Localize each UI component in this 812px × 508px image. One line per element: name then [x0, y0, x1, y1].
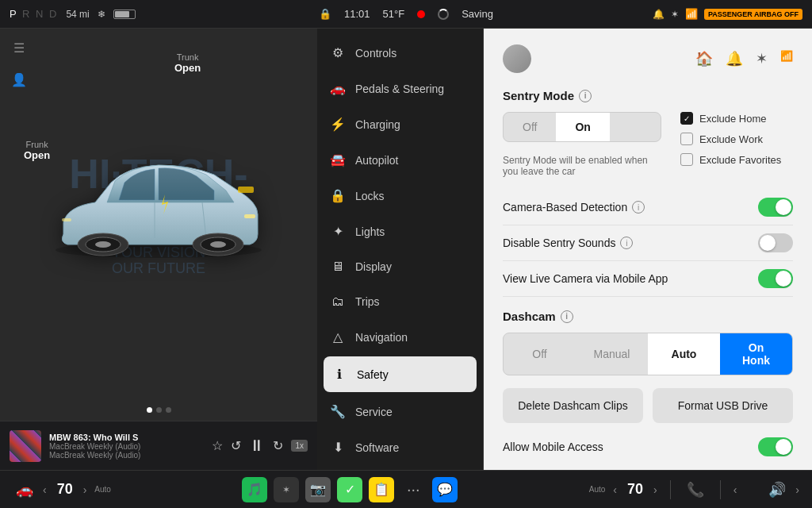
bell-icon: 🔔 [653, 9, 665, 20]
dashcam-mode-toggle[interactable]: Off Manual Auto On Honk [503, 333, 793, 375]
track-title: MBW 863: Who Will S [49, 433, 204, 442]
track-info: MBW 863: Who Will S MacBreak Weekly (Aud… [49, 433, 204, 460]
status-left: P R N D 54 mi ❄ [10, 8, 168, 20]
dot-2[interactable] [156, 407, 162, 413]
current-time: 11:01 [344, 8, 370, 20]
speed-left-value: 70 [53, 481, 77, 498]
delete-dashcam-button[interactable]: Delete Dashcam Clips [503, 388, 643, 423]
dashcam-auto-btn[interactable]: Auto [648, 333, 720, 375]
live-camera-toggle[interactable] [758, 269, 793, 288]
sentry-on-btn[interactable]: On [556, 113, 609, 141]
camera-app[interactable]: 📷 [305, 477, 331, 502]
speed-left-down[interactable]: ‹ [43, 483, 47, 496]
profile-action-icons: 🏠 🔔 ✶ 📶 [695, 50, 793, 67]
controls-icon: ⚙ [330, 45, 346, 60]
home-icon[interactable]: 🏠 [695, 50, 713, 67]
sounds-info-icon[interactable]: i [620, 237, 633, 249]
nav-lights[interactable]: ✦ Lights [317, 214, 483, 249]
camera-info-icon[interactable]: i [632, 201, 645, 214]
rewind-button[interactable]: ↺ [231, 438, 241, 453]
volume-up[interactable]: › [795, 483, 799, 496]
speed-left-up[interactable]: › [83, 483, 87, 496]
player-controls: ☆ ↺ ⏸ ↻ 1x [212, 437, 308, 455]
exclude-work-checkbox[interactable] [680, 133, 693, 145]
nav-locks-label: Locks [355, 190, 385, 202]
notes-app[interactable]: 📋 [369, 477, 394, 502]
play-pause-button[interactable]: ⏸ [249, 437, 265, 455]
sentry-info-icon[interactable]: i [579, 90, 592, 102]
spotify-app[interactable]: 🎵 [242, 477, 267, 502]
battery-range: 54 mi [66, 9, 89, 20]
profile-avatar[interactable] [503, 44, 531, 73]
nav-safety-label: Safety [357, 368, 389, 381]
nav-autopilot[interactable]: 🚘 Autopilot [317, 142, 483, 178]
exclude-work-row[interactable]: Exclude Work [680, 133, 781, 145]
nav-trips[interactable]: 🗂 Trips [317, 284, 483, 319]
nav-charging[interactable]: ⚡ Charging [317, 106, 483, 142]
fast-forward-button[interactable]: ↻ [273, 438, 283, 453]
airbag-badge: PASSENGER AIRBAG OFF [704, 9, 802, 20]
dashcam-info-icon[interactable]: i [561, 310, 573, 323]
volume-icon[interactable]: 🔊 [765, 478, 789, 502]
taskbar-right: Auto ‹ 70 › 📞 ‹ 🔊 › [589, 478, 799, 502]
mobile-access-label: Allow Mobile Access [503, 441, 603, 453]
nav-controls[interactable]: ⚙ Controls [317, 35, 483, 71]
nav-software[interactable]: ⬇ Software [317, 429, 483, 465]
recording-indicator [417, 10, 425, 18]
bluetooth-app[interactable]: ✶ [274, 477, 299, 502]
exclude-favorites-row[interactable]: Exclude Favorites [680, 153, 781, 166]
sentry-toggle-section: Off On Sentry Mode will be enabled when … [503, 112, 661, 177]
volume-down[interactable]: ‹ [733, 483, 737, 496]
nav-lights-label: Lights [355, 225, 385, 238]
speed-right-down[interactable]: ‹ [613, 483, 617, 496]
tasks-app[interactable]: ✓ [337, 477, 362, 502]
more-apps[interactable]: ··· [400, 477, 426, 502]
trips-icon: 🗂 [330, 294, 346, 309]
car-area: HI·TECH- WORK YOUR VISION OUR FUTURE Tru… [0, 29, 317, 399]
nav-navigation-label: Navigation [355, 331, 408, 344]
nav-locks[interactable]: 🔒 Locks [317, 178, 483, 214]
dashcam-onhonk-btn[interactable]: On Honk [720, 333, 792, 375]
bell-profile-icon[interactable]: 🔔 [726, 50, 743, 67]
navigation-icon: △ [330, 329, 346, 344]
nav-navigation[interactable]: △ Navigation [317, 319, 483, 355]
nav-display[interactable]: 🖥 Display [317, 249, 483, 284]
speed-badge[interactable]: 1x [291, 440, 308, 452]
nav-service[interactable]: 🔧 Service [317, 394, 483, 429]
settings-panel: 🏠 🔔 ✶ 📶 Sentry Mode i Off On Sentry Mode… [484, 29, 812, 470]
exclude-favorites-checkbox[interactable] [680, 153, 693, 166]
dashcam-off-btn[interactable]: Off [504, 333, 576, 375]
sentry-mode-toggle[interactable]: Off On [503, 112, 661, 142]
favorite-button[interactable]: ☆ [212, 438, 223, 453]
exclude-home-checkbox[interactable]: ✓ [680, 112, 693, 125]
sentry-sounds-toggle[interactable] [758, 233, 793, 252]
live-camera-row: View Live Camera via Mobile App [503, 261, 793, 297]
car-icon[interactable]: 🚗 [13, 478, 36, 502]
dot-1[interactable] [147, 407, 152, 413]
dashcam-manual-btn[interactable]: Manual [576, 333, 648, 375]
gear-selector[interactable]: P R N D [10, 8, 58, 20]
exclude-home-row[interactable]: ✓ Exclude Home [680, 112, 781, 125]
format-usb-button[interactable]: Format USB Drive [653, 388, 793, 423]
charging-icon: ⚡ [330, 117, 346, 132]
battery-indicator [113, 10, 136, 19]
messages-app[interactable]: 💬 [432, 477, 458, 502]
gear-p[interactable]: P [10, 8, 17, 20]
nav-trips-label: Trips [355, 295, 380, 308]
mobile-access-toggle[interactable] [758, 437, 793, 456]
nav-pedals[interactable]: 🚗 Pedals & Steering [317, 71, 483, 106]
phone-icon[interactable]: 📞 [684, 478, 707, 502]
taskbar-divider [670, 480, 671, 499]
bluetooth-icon: ❄ [98, 9, 105, 20]
lights-icon: ✦ [330, 224, 346, 239]
speed-right-up[interactable]: › [653, 483, 657, 496]
live-camera-label: View Live Camera via Mobile App [503, 272, 668, 285]
nav-safety[interactable]: ℹ Safety [324, 356, 477, 392]
dot-3[interactable] [166, 407, 171, 413]
camera-detection-toggle[interactable] [758, 198, 793, 217]
bluetooth-profile-icon[interactable]: ✶ [756, 50, 768, 67]
mobile-access-row: Allow Mobile Access [503, 426, 793, 468]
main-area: ☰ 👤 HI·TECH- WORK YOUR VISION OUR FUTURE… [0, 29, 812, 470]
sentry-off-btn[interactable]: Off [504, 113, 556, 141]
temperature: 51°F [383, 8, 405, 20]
